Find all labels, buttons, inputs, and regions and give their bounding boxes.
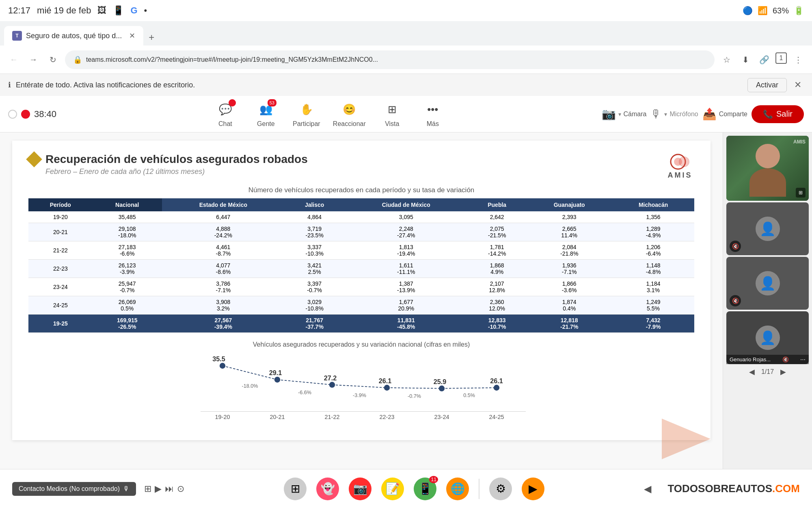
table-row: 19-20 35,485 6,447 4,864 3,095 2,642 2,3… bbox=[28, 211, 694, 223]
participant-avatar-3: 👤 🔇 bbox=[726, 257, 809, 310]
svg-text:22-23: 22-23 bbox=[380, 414, 395, 420]
cell-jalisco: 4,864 bbox=[285, 211, 344, 223]
sidebar-pagination: ◀ 1/17 ▶ bbox=[726, 366, 809, 378]
microphone-button[interactable]: 🎙 ▾ Micrófono bbox=[650, 107, 698, 121]
camera-app-button[interactable]: 📷 bbox=[349, 478, 371, 500]
microphone-icon: 🎙 bbox=[650, 107, 662, 121]
watermark bbox=[662, 419, 710, 461]
mas-button[interactable]: ••• Más bbox=[419, 101, 447, 128]
gente-button[interactable]: 👥 53 Gente bbox=[252, 101, 280, 128]
camera-label: Cámara bbox=[624, 111, 647, 118]
chart-description: Vehículos asegurados recuperados y su va… bbox=[28, 341, 694, 348]
mic-mute-icon: 🔇 bbox=[782, 356, 789, 363]
table-row: 21-22 27,183-6.6% 4,461-8.7% 3,337-10.3%… bbox=[28, 241, 694, 260]
new-tab-button[interactable]: + bbox=[143, 29, 160, 46]
main-content-area: Recuperación de vehículos asegurados rob… bbox=[0, 132, 812, 469]
status-photo-icon: 🖼 bbox=[97, 5, 106, 16]
cell-cdmx: 3,095 bbox=[344, 211, 468, 223]
media-apps-icon[interactable]: ⊞ bbox=[144, 484, 151, 494]
play-icon[interactable]: ▶ bbox=[155, 484, 162, 494]
svg-text:-6.6%: -6.6% bbox=[298, 390, 311, 395]
header-periodo: Período bbox=[28, 198, 93, 211]
menu-button[interactable]: ⋮ bbox=[791, 52, 806, 67]
status-bluetooth-icon: 🔵 bbox=[743, 6, 753, 15]
amis-logo: AMIS bbox=[666, 153, 694, 180]
contact-label: Contacto Medios (No comprobado) bbox=[19, 485, 120, 493]
extra-icon[interactable]: ⊙ bbox=[177, 484, 184, 494]
download-button[interactable]: ⬇ bbox=[738, 52, 753, 67]
participar-label: Participar bbox=[293, 120, 320, 128]
svg-line-7 bbox=[442, 388, 497, 389]
active-tab[interactable]: T Seguro de autos, qué tipo d... ✕ bbox=[4, 26, 143, 46]
toolbar-right: 📷 ▾ Cámara 🎙 ▾ Micrófono 📤 Comparte 📞 Sa… bbox=[602, 105, 804, 123]
share-button[interactable]: 🔗 bbox=[757, 52, 771, 67]
whatsapp-button[interactable]: 📱 11 bbox=[414, 478, 436, 500]
people-count-badge: 53 bbox=[268, 99, 276, 106]
chat-icon: 💬 bbox=[216, 101, 234, 119]
activate-button[interactable]: Activar bbox=[747, 78, 787, 92]
status-battery-icon: 🔋 bbox=[794, 6, 804, 15]
participant-name: Genuario Rojas... bbox=[730, 356, 771, 363]
svg-point-10 bbox=[329, 382, 335, 388]
media-controls: ⊞ ▶ ⏭ ⊙ bbox=[144, 484, 184, 494]
back-button[interactable]: ← bbox=[6, 52, 21, 67]
cell-michoacan: 1,356 bbox=[612, 211, 694, 223]
camera-button[interactable]: 📷 ▾ Cámara bbox=[602, 107, 647, 121]
vista-label: Vista bbox=[385, 120, 399, 128]
refresh-button[interactable]: ↻ bbox=[45, 52, 60, 67]
cell-puebla: 2,642 bbox=[468, 211, 526, 223]
participant-avatar-2: 👤 🔇 bbox=[726, 202, 809, 255]
cell-periodo: 19-20 bbox=[28, 211, 93, 223]
notification-text: Entérate de todo. Activa las notificacio… bbox=[16, 81, 743, 89]
svg-point-9 bbox=[274, 377, 280, 382]
chat-label: Chat bbox=[218, 120, 232, 128]
prev-page-button[interactable]: ◀ bbox=[749, 367, 755, 376]
person-icon-4: 👤 bbox=[760, 330, 776, 345]
amis-logo-text: AMIS bbox=[668, 171, 693, 180]
page-indicator: 1/17 bbox=[761, 368, 774, 376]
cell-guanajuato: 2,393 bbox=[526, 211, 612, 223]
slide-content: Recuperación de vehículos asegurados rob… bbox=[12, 141, 710, 440]
settings-button[interactable]: ⚙ bbox=[489, 478, 512, 500]
reaccionar-button[interactable]: 😊 Reaccionar bbox=[333, 101, 366, 128]
share-label: Comparte bbox=[719, 111, 747, 118]
bottom-bar: Contacto Medios (No comprobado) 🎙 ⊞ ▶ ⏭ … bbox=[0, 469, 812, 508]
chat-button[interactable]: 💬 Chat bbox=[211, 101, 240, 128]
header-nacional: Nacional bbox=[93, 198, 162, 211]
apps-button[interactable]: ⊞ bbox=[284, 478, 307, 500]
svg-text:-3.9%: -3.9% bbox=[353, 393, 366, 398]
forward-icon[interactable]: ⏭ bbox=[165, 484, 174, 494]
header-michoacan: Michoacán bbox=[612, 198, 694, 211]
more-options-icon[interactable]: ⋯ bbox=[800, 356, 806, 363]
svg-line-5 bbox=[332, 385, 387, 388]
leave-meeting-button[interactable]: 📞 Salir bbox=[752, 105, 804, 123]
system-back-button[interactable]: ◀ bbox=[644, 483, 651, 495]
notification-bar: ℹ Entérate de todo. Activa las notificac… bbox=[0, 74, 812, 96]
svg-text:19-20: 19-20 bbox=[215, 414, 230, 420]
avatar-2: 👤 bbox=[756, 217, 780, 241]
tab-close-button[interactable]: ✕ bbox=[129, 31, 135, 40]
url-bar[interactable]: 🔒 teams.microsoft.com/v2/?meetingjoin=tr… bbox=[65, 50, 715, 69]
svg-text:25.9: 25.9 bbox=[434, 378, 447, 385]
snapchat-button[interactable]: 👻 bbox=[316, 478, 339, 500]
status-time: 12:17 bbox=[8, 5, 30, 16]
share-screen-button[interactable]: 📤 Comparte bbox=[702, 107, 747, 121]
slide-subtitle: Febrero – Enero de cada año (12 últimos … bbox=[45, 167, 308, 176]
header-puebla: Puebla bbox=[468, 198, 526, 211]
chrome-button[interactable]: 🌐 bbox=[446, 478, 469, 500]
back-nav: ◀ bbox=[644, 483, 651, 495]
notification-close-button[interactable]: ✕ bbox=[792, 79, 804, 91]
next-page-button[interactable]: ▶ bbox=[780, 367, 786, 376]
table-total-row: 19-25 169,915-26.5% 27,567-39.4% 21,767-… bbox=[28, 315, 694, 333]
play-store-button[interactable]: ▶ bbox=[522, 478, 544, 500]
mute-indicator-3: 🔇 bbox=[730, 295, 741, 306]
bookmark-button[interactable]: ☆ bbox=[719, 52, 734, 67]
svg-text:0.5%: 0.5% bbox=[463, 393, 475, 398]
notes-app-button[interactable]: 📝 bbox=[381, 478, 404, 500]
participar-button[interactable]: ✋ Participar bbox=[292, 101, 321, 128]
forward-button[interactable]: → bbox=[26, 52, 41, 67]
more-icon: ••• bbox=[424, 101, 442, 119]
tab-count-button[interactable]: 1 bbox=[775, 52, 787, 64]
vista-button[interactable]: ⊞ Vista bbox=[378, 101, 406, 128]
svg-point-13 bbox=[494, 385, 499, 391]
